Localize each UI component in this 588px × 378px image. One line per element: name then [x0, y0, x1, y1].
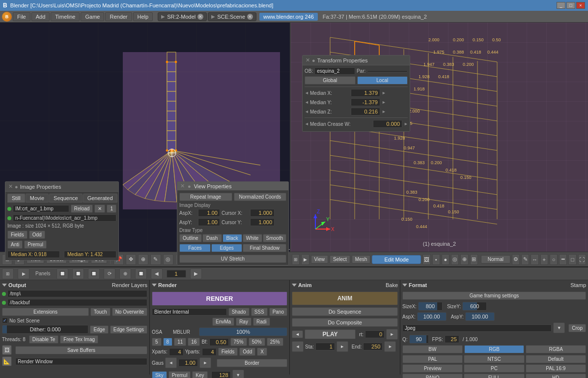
vp-paint-btn[interactable]: ✎: [521, 254, 529, 265]
key-btn[interactable]: Key: [192, 371, 207, 378]
rt-input[interactable]: 0: [365, 330, 385, 338]
vp-shading-btn[interactable]: 🖼: [422, 254, 430, 265]
panel-icon5[interactable]: 🔲: [88, 268, 100, 279]
close-btn[interactable]: ×: [576, 2, 585, 9]
render-x-btn[interactable]: X: [257, 348, 267, 356]
vp-settings-btn[interactable]: ⚙: [512, 254, 520, 265]
image-path[interactable]: n-Fuencarral)\Modelos\crt_acr_1.bmp: [13, 214, 116, 222]
sky-btn[interactable]: Sky: [152, 371, 167, 378]
edit-mode-select[interactable]: Edit Mode: [372, 255, 421, 264]
cursorx-input[interactable]: 1.000: [250, 209, 275, 217]
image-x-btn[interactable]: ✕: [94, 204, 105, 213]
aspx-slider[interactable]: 100.00: [417, 312, 447, 321]
preset-pano[interactable]: PANO: [402, 374, 463, 378]
game-framing-btn[interactable]: Game framing settings: [402, 291, 586, 300]
path1-input[interactable]: /tmp\: [7, 290, 147, 297]
sta-left-btn[interactable]: ◄: [292, 341, 304, 352]
ray-btn[interactable]: Ray: [236, 318, 252, 326]
panel-icon4[interactable]: 🔲: [72, 268, 84, 279]
xparts-input[interactable]: 4: [169, 348, 184, 356]
premul-btn[interactable]: Premul: [24, 240, 47, 249]
bake-btn[interactable]: Bake: [386, 282, 398, 288]
disable-te-btn[interactable]: Disable Te: [29, 335, 59, 344]
play-left-btn[interactable]: ◄: [292, 330, 303, 338]
bw-btn[interactable]: BW: [402, 345, 463, 353]
extensions-btn[interactable]: Extensions: [2, 308, 89, 316]
smooth-btn[interactable]: Smooth: [263, 234, 286, 242]
render-layers-btn[interactable]: Render Layers: [112, 282, 147, 288]
format-triangle[interactable]: [402, 284, 407, 287]
play-right-btn[interactable]: ►: [386, 329, 398, 340]
gaus-input[interactable]: 1.00: [178, 359, 198, 367]
aspy-slider[interactable]: 100.00: [465, 312, 495, 321]
normalized-coords-btn[interactable]: Normalized Coords: [234, 193, 287, 201]
normal-select[interactable]: Normal: [481, 255, 510, 263]
scene1-close[interactable]: ✕: [197, 14, 203, 20]
edges-btn[interactable]: Edges: [211, 244, 243, 252]
vp-view-btn[interactable]: View: [311, 255, 329, 263]
dither-slider[interactable]: Dither: 0.000: [2, 325, 88, 334]
panel-icon8[interactable]: 🔲: [135, 268, 147, 279]
edge-settings-btn[interactable]: Edge Settings: [110, 325, 147, 334]
preset-pal[interactable]: PAL: [402, 355, 463, 363]
median-crease-input[interactable]: 0.000: [373, 120, 402, 128]
proportional-icon[interactable]: ◎: [163, 254, 173, 265]
q-slider[interactable]: 90: [409, 335, 429, 344]
sizex-slider[interactable]: 800: [418, 302, 443, 311]
odd-btn[interactable]: Odd: [29, 231, 45, 239]
aspx-input[interactable]: 1.00: [198, 209, 220, 217]
preset-default[interactable]: Default: [526, 355, 586, 363]
scene-selector-2[interactable]: ▶ SCE:Scene ✕: [208, 12, 256, 21]
yparts-input[interactable]: 4: [202, 348, 217, 356]
anim-button[interactable]: ANIM: [292, 291, 398, 305]
reload-btn[interactable]: Reload: [71, 204, 93, 213]
tab-movie[interactable]: Movie: [26, 194, 49, 203]
osa-8[interactable]: 8: [163, 338, 173, 346]
preset-hd[interactable]: HD: [526, 374, 586, 378]
vp-mesh2-btn[interactable]: ⊞: [470, 254, 478, 265]
pano-btn[interactable]: Pano: [269, 308, 287, 316]
fps-input[interactable]: 25: [445, 335, 459, 343]
pct50-btn[interactable]: 50%: [249, 338, 265, 346]
snap-icon[interactable]: ⊕: [138, 254, 148, 265]
image-selector[interactable]: IM:crt_acr_1.bmp: [13, 205, 69, 212]
scene2-close[interactable]: ✕: [247, 14, 253, 20]
gaus-right-btn[interactable]: ►: [199, 357, 211, 368]
free-tex-btn[interactable]: Free Tex Imag: [60, 335, 98, 344]
stamp-btn[interactable]: Stamp: [570, 282, 586, 288]
render-window-select[interactable]: Render Window: [15, 358, 147, 365]
vp-mesh-btn[interactable]: Mesh: [352, 255, 370, 263]
ob-input[interactable]: esquina_2: [314, 67, 355, 75]
save-buffers-btn[interactable]: Save Buffers: [15, 346, 147, 354]
uv-stretch-btn[interactable]: UV Stretch: [179, 255, 286, 263]
tab-still[interactable]: Still: [7, 194, 25, 203]
fields-btn[interactable]: Fields: [7, 231, 28, 239]
menu-render[interactable]: Render: [105, 12, 132, 21]
sss-btn[interactable]: SSS: [251, 308, 268, 316]
shado-btn[interactable]: Shado: [228, 308, 250, 316]
local-btn[interactable]: Local: [357, 76, 408, 85]
play-button[interactable]: PLAY: [305, 329, 356, 339]
repeat-image-btn[interactable]: Repeat Image: [179, 193, 232, 201]
vp-dot-btn[interactable]: ●: [442, 254, 449, 265]
end-input[interactable]: 250: [363, 343, 383, 350]
sizey-slider[interactable]: 600: [462, 302, 487, 311]
median-y-input[interactable]: -1.379: [351, 98, 380, 106]
vp-select-btn[interactable]: Select: [330, 255, 350, 263]
render-triangle[interactable]: [152, 284, 157, 287]
par-input[interactable]: [367, 70, 408, 72]
tab-generated[interactable]: Generated: [83, 194, 117, 203]
envma-btn[interactable]: EnvMa: [212, 318, 234, 326]
preset-pc[interactable]: PC: [464, 364, 524, 373]
val128-input[interactable]: 128: [211, 371, 231, 378]
engine-select[interactable]: Blender Internal: [152, 308, 227, 316]
image-num-btn[interactable]: 1: [107, 204, 116, 213]
touch-btn[interactable]: Touch: [90, 308, 111, 316]
osa-16[interactable]: 16: [188, 338, 200, 346]
panel-icon1[interactable]: ⊞: [2, 268, 14, 279]
anim-triangle[interactable]: [292, 284, 297, 287]
no-overwrite-btn[interactable]: No Overwrite: [112, 308, 147, 316]
faces-btn[interactable]: Faces: [179, 244, 211, 252]
vp-lamp-btn[interactable]: •: [432, 254, 440, 265]
vp-add-btn[interactable]: +: [540, 254, 548, 265]
